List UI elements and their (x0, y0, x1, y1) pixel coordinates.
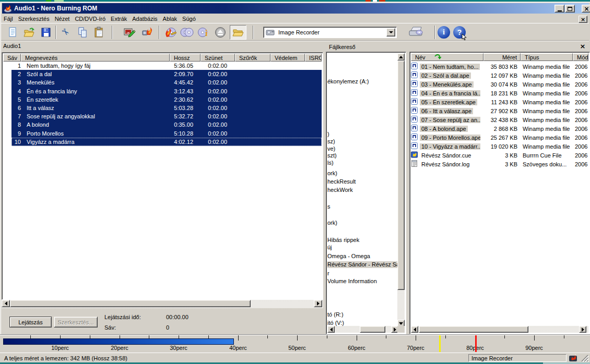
recorder-button[interactable] (404, 25, 428, 40)
scroll-left-button[interactable] (327, 326, 335, 333)
tree-item[interactable]: ls) (327, 160, 334, 166)
tree-item[interactable]: Révész Sándor - Révész Sá (327, 261, 399, 268)
tree-item[interactable]: s (327, 203, 331, 210)
open-button[interactable] (22, 25, 37, 40)
column-header-szűrők[interactable]: Szűrők (235, 54, 270, 62)
column-header-isrc[interactable]: ISRC (305, 54, 322, 62)
tree-item[interactable]: szt) (327, 152, 337, 159)
minimize-button[interactable] (554, 5, 564, 13)
track-table-hscrollbar[interactable] (2, 300, 323, 308)
track-row[interactable]: 1Nem tudtam, hogy így fáj5:36.050:02.00 (11, 62, 322, 70)
file-row[interactable]: Révész Sándor.log3 KBSzöveges doku...200… (411, 160, 590, 168)
file-row[interactable]: Révész Sándor.cue3 KBBurrrn Cue File2006 (411, 151, 590, 160)
scroll-right-button[interactable] (314, 300, 322, 307)
maximize-button[interactable] (565, 5, 575, 13)
disc-info-button[interactable]: i (196, 25, 211, 40)
track-row[interactable]: 6Itt a válasz5:03.280:02.00 (11, 104, 322, 112)
burn-image-button[interactable] (140, 25, 155, 40)
document-close-button[interactable]: × (579, 16, 587, 23)
resize-grip[interactable] (580, 354, 589, 362)
close-button[interactable]: × (582, 5, 590, 13)
info-button[interactable]: i (438, 26, 450, 39)
scroll-thumb[interactable] (10, 300, 251, 307)
menu-item-3[interactable]: Nézet (52, 15, 73, 23)
column-header-védelem[interactable]: Védelem (270, 54, 305, 62)
file-row[interactable]: 05 - Én szeretlek.ape11 243 KBWinamp med… (411, 98, 590, 106)
scroll-thumb[interactable] (397, 60, 405, 290)
menu-item-4[interactable]: CD/DVD-író (72, 15, 108, 23)
paste-button[interactable] (92, 25, 107, 40)
track-row[interactable]: 5Én szeretlek2:30.620:02.00 (11, 95, 322, 104)
scroll-thumb[interactable] (360, 326, 385, 333)
tree-item[interactable]: sz) (327, 138, 335, 145)
menu-item-2[interactable]: Szerkesztés (16, 15, 52, 23)
track-row[interactable]: 10Vigyázz a madárra4:02.120:02.00 (11, 138, 322, 146)
edit-button[interactable]: Szerkesztés... (54, 317, 98, 327)
menu-item-5[interactable]: Extrák (108, 15, 129, 23)
write-image-button[interactable] (122, 25, 137, 40)
tree-item[interactable]: Omega - Omega (327, 253, 370, 260)
eject-button[interactable] (213, 25, 228, 40)
combo-dropdown-button[interactable] (386, 28, 395, 37)
track-row[interactable]: 2Szól a dal2:09.700:02.00 (11, 70, 322, 78)
new-compilation-button[interactable] (5, 25, 20, 40)
file-row[interactable]: 03 - Menekülés.ape30 074 KBWinamp media … (411, 80, 590, 89)
column-header-hossz[interactable]: Hossz (170, 54, 200, 62)
tree-item[interactable]: tó (R:) (327, 311, 344, 318)
file-row[interactable]: 08 - A bolond.ape2 868 KBWinamp media fi… (411, 124, 590, 133)
column-header-sáv[interactable]: Sáv (3, 54, 21, 62)
tree-item[interactable]: új (327, 244, 332, 251)
cut-button[interactable]: ✂ (58, 25, 73, 40)
tree-item[interactable]: ve) (327, 145, 335, 152)
tree-item[interactable]: ork) (327, 170, 337, 177)
file-row[interactable]: 10 - Vigyázz a madárr...19 020 KBWinamp … (411, 142, 590, 151)
file-list-hscrollbar[interactable] (411, 326, 588, 333)
tree-item[interactable]: ) (327, 131, 329, 138)
tree-item[interactable]: Volume Information (327, 278, 377, 285)
scroll-right-button[interactable] (579, 326, 586, 333)
scroll-up-button[interactable] (397, 53, 405, 60)
toolbar-separator (253, 26, 254, 39)
scroll-left-button[interactable] (411, 326, 418, 333)
menu-item-7[interactable]: Ablak (160, 15, 180, 23)
play-button[interactable]: Lejátszás (9, 317, 52, 327)
menu-item-8[interactable]: Súgó (180, 15, 198, 23)
open-folder-button[interactable] (230, 25, 246, 40)
column-header-megnevezés[interactable]: Megnevezés (21, 54, 170, 62)
copy-disc-button[interactable] (180, 25, 194, 40)
track-row[interactable]: 3Menekülés4:45.420:02.00 (11, 78, 322, 87)
help-button[interactable]: ? (453, 26, 466, 39)
menu-item-1[interactable]: Fájl (1, 15, 16, 23)
file-row[interactable]: 07 - Sose repülj az an...32 438 KBWinamp… (411, 115, 590, 124)
copy-button[interactable] (75, 25, 90, 40)
track-row[interactable]: 4Én és a francia lány3:12.430:02.00 (11, 87, 322, 95)
file-row[interactable]: 02 - Szól a dal.ape12 097 KBWinamp media… (411, 71, 590, 80)
track-row[interactable]: 9Porto Morellos5:10.280:02.00 (11, 129, 322, 138)
tree-item[interactable]: Hibás rippek (327, 237, 359, 244)
file-column-header-size[interactable]: Méret (483, 53, 521, 61)
track-row[interactable]: 7Sose repülj az angyalokkal5:32.720:02.0… (11, 112, 322, 120)
scroll-thumb[interactable] (419, 326, 528, 333)
file-row[interactable]: 06 - Itt a válasz.ape27 902 KBWinamp med… (411, 106, 590, 115)
menu-item-6[interactable]: Adatbázis (129, 15, 160, 23)
tree-hscrollbar[interactable] (327, 326, 398, 333)
file-row[interactable]: 09 - Porto Morellos.ape25 267 KBWinamp m… (411, 133, 590, 142)
recorder-select-combo[interactable]: Image Recorder (263, 27, 397, 38)
tree-item[interactable]: r (327, 270, 329, 277)
file-browser-close-button[interactable]: × (579, 43, 587, 50)
burn-disc-button[interactable] (163, 25, 178, 40)
file-row[interactable]: 04 - Én és a francia lá...18 231 KBWinam… (411, 89, 590, 98)
scroll-left-button[interactable] (2, 300, 10, 307)
tree-item[interactable]: ékonylemez (A:) (327, 78, 369, 85)
save-button[interactable] (39, 25, 53, 40)
file-column-header-name[interactable]: Név (411, 53, 483, 61)
tree-item[interactable]: heckResult (327, 178, 356, 185)
file-column-header-modified[interactable]: Módo (573, 53, 588, 61)
file-column-header-type[interactable]: Típus (521, 53, 573, 61)
tree-item[interactable]: heckWork (327, 187, 353, 193)
track-row[interactable]: 8A bolond0:35.000:02.00 (11, 120, 322, 129)
tree-vscrollbar[interactable] (397, 53, 405, 327)
tree-item[interactable]: ork) (327, 220, 337, 226)
file-row[interactable]: 01 - Nem tudtam, ho...35 803 KBWinamp me… (411, 62, 590, 71)
column-header-szünet[interactable]: Szünet (200, 54, 235, 62)
